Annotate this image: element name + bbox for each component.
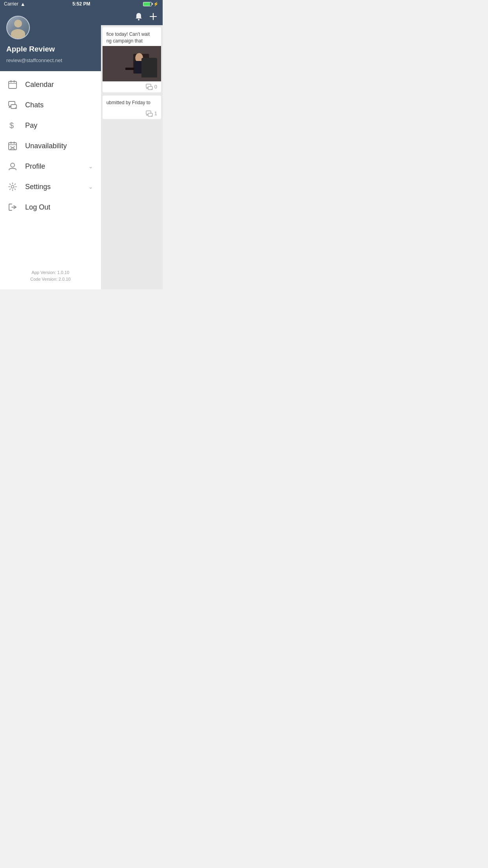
chats-icon (8, 100, 17, 110)
user-email: review@staffconnect.net (6, 57, 95, 63)
code-version: Code Version: 2.0.10 (6, 276, 95, 283)
settings-label: Settings (25, 183, 81, 191)
logout-label: Log Out (25, 203, 93, 211)
sidebar-footer: App Version: 1.0.10 Code Version: 2.0.10 (0, 263, 101, 289)
user-name: Apple Review (6, 45, 95, 53)
charging-icon: ⚡ (153, 2, 159, 7)
svg-point-13 (11, 163, 15, 167)
carrier-label: Carrier (4, 1, 18, 7)
svg-rect-19 (103, 46, 161, 81)
unavailability-label: Unavailability (25, 142, 93, 150)
status-left: Carrier ▲ (4, 1, 26, 7)
feed-card-1[interactable]: fice today! Can't waitng campaign that (103, 27, 161, 92)
battery-fill (143, 2, 150, 6)
main-content: fice today! Can't waitng campaign that (101, 8, 163, 289)
profile-label: Profile (25, 162, 81, 171)
status-bar: Carrier ▲ 5:52 PM ⚡ (0, 0, 163, 8)
sidebar-item-calendar[interactable]: Calendar (0, 74, 101, 95)
pay-label: Pay (25, 121, 93, 130)
app-version: App Version: 1.0.10 (6, 269, 95, 276)
settings-icon (8, 182, 17, 191)
main-topbar (101, 8, 163, 25)
feed-footer-1: 0 (103, 81, 161, 92)
svg-rect-0 (9, 81, 17, 88)
sidebar-item-logout[interactable]: Log Out (0, 197, 101, 217)
sidebar-item-chats[interactable]: Chats (0, 95, 101, 115)
unavailability-icon (8, 141, 17, 151)
profile-chevron-icon: ⌄ (88, 163, 93, 169)
battery-icon (143, 2, 152, 6)
svg-rect-7 (9, 143, 17, 150)
profile-icon (8, 162, 17, 171)
wifi-icon: ▲ (20, 1, 26, 7)
avatar (6, 16, 30, 39)
chats-label: Chats (25, 101, 93, 109)
calendar-label: Calendar (25, 81, 93, 89)
sidebar-item-profile[interactable]: Profile ⌄ (0, 156, 101, 177)
settings-chevron-icon: ⌄ (88, 184, 93, 190)
feed-comment-count-2: 1 (154, 110, 157, 116)
notification-icon[interactable] (134, 12, 143, 21)
feed-image-1 (103, 46, 161, 81)
feed-comment-count-1: 0 (154, 84, 157, 90)
sidebar-item-settings[interactable]: Settings ⌄ (0, 177, 101, 197)
svg-rect-23 (134, 61, 144, 74)
feed-footer-2: 1 (103, 108, 161, 119)
avatar-image (7, 17, 29, 39)
pay-icon: $ (8, 121, 17, 130)
calendar-icon (8, 80, 17, 89)
status-right: ⚡ (143, 2, 159, 7)
status-time: 5:52 PM (72, 1, 90, 7)
feed-text-1: fice today! Can't waitng campaign that (103, 27, 161, 46)
svg-point-14 (11, 186, 14, 188)
sidebar-drawer: Apple Review review@staffconnect.net Cal… (0, 8, 101, 289)
sidebar-menu: Calendar Chats $ (0, 71, 101, 263)
feed-text-2: ubmitted by Friday to (103, 96, 161, 108)
app-container: Apple Review review@staffconnect.net Cal… (0, 8, 163, 289)
feed-card-2[interactable]: ubmitted by Friday to 1 (103, 96, 161, 119)
sidebar-item-unavailability[interactable]: Unavailability (0, 136, 101, 156)
feed-container: fice today! Can't waitng campaign that (101, 25, 163, 289)
logout-icon (8, 202, 17, 212)
svg-text:$: $ (9, 121, 14, 130)
sidebar-item-pay[interactable]: $ Pay (0, 115, 101, 136)
svg-point-16 (138, 19, 139, 20)
sidebar-header: Apple Review review@staffconnect.net (0, 8, 101, 71)
add-icon[interactable] (149, 13, 157, 20)
